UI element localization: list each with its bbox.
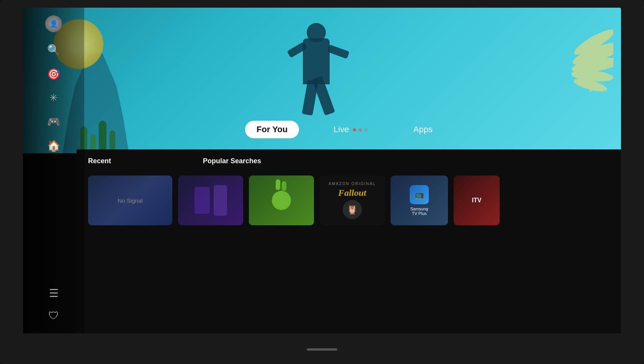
recent-title: Recent (88, 157, 111, 165)
search-card-itvx[interactable]: ITV (454, 175, 500, 225)
samsung-card-content: 📺 SamsungTV Plus (410, 175, 429, 225)
fallout-owl-icon: 🦉 (343, 200, 362, 219)
avatar[interactable]: 👤 (45, 15, 62, 32)
samsung-icon-symbol: 📺 (415, 190, 424, 199)
cards-row: No Signal (88, 175, 610, 225)
figure-silhouette-1 (195, 187, 210, 214)
figure-silhouette-2 (214, 185, 227, 216)
search-card-peter-rabbit[interactable] (249, 175, 314, 225)
section-headers: Recent Popular Searches (88, 157, 610, 171)
discover-icon: 🎯 (47, 68, 60, 80)
fallout-title: Fallout (338, 188, 366, 198)
search-card-1-bg (178, 175, 243, 225)
search-icon: 🔍 (47, 44, 60, 56)
sidebar-bottom: ☰ 🛡 (48, 287, 59, 333)
sidebar-item-gaming[interactable]: 🎮 (47, 115, 60, 128)
fallout-bg: AMAZON ORIGINAL Fallout 🦉 (320, 175, 385, 225)
avatar-icon: 👤 (49, 20, 58, 28)
privacy-icon: 🛡 (48, 309, 59, 322)
recent-card-no-signal[interactable]: No Signal (88, 175, 172, 225)
search-card-samsung-tv-plus[interactable]: 📺 SamsungTV Plus (391, 175, 448, 225)
live-dot-2 (359, 128, 362, 131)
sidebar: 👤 🔍 🎯 ✳ 🎮 🏠 ☰ (23, 8, 84, 333)
home-icon: 🏠 (47, 139, 60, 152)
fallout-content: AMAZON ORIGINAL Fallout 🦉 (329, 182, 376, 219)
gaming-icon: 🎮 (47, 115, 60, 128)
search-card-fallout[interactable]: AMAZON ORIGINAL Fallout 🦉 (320, 175, 385, 225)
sidebar-item-search[interactable]: 🔍 (47, 44, 60, 56)
rabbit-ear-2 (282, 181, 286, 191)
sidebar-item-discover[interactable]: 🎯 (47, 68, 60, 80)
amazon-original-label: AMAZON ORIGINAL (329, 182, 376, 186)
itvx-card-label: ITV (472, 197, 482, 204)
tab-live[interactable]: Live (322, 121, 379, 138)
itvx-card-bg: ITV (454, 175, 500, 225)
search-card-drama[interactable] (178, 175, 243, 225)
sidebar-item-profile[interactable]: 👤 (45, 15, 62, 32)
main-content: For You Live Apps Recen (77, 8, 621, 333)
samsung-tv-plus-icon: 📺 (410, 185, 429, 204)
live-indicator (351, 128, 368, 131)
search-card-2-bg (249, 175, 314, 225)
rabbit-ear-1 (276, 179, 280, 190)
menu-icon: ☰ (49, 287, 59, 300)
popular-searches-title: Popular Searches (203, 157, 261, 165)
tab-for-you[interactable]: For You (245, 121, 299, 138)
sidebar-item-menu[interactable]: ☰ (49, 287, 59, 300)
tv-screen: 👤 🔍 🎯 ✳ 🎮 🏠 ☰ (23, 8, 621, 333)
rabbit-body (272, 191, 291, 210)
owl-emoji: 🦉 (347, 204, 358, 215)
ambient-icon: ✳ (49, 92, 58, 104)
sidebar-item-home[interactable]: 🏠 (47, 139, 60, 152)
samsung-tv-plus-label: SamsungTV Plus (410, 207, 428, 216)
tab-apps[interactable]: Apps (402, 121, 444, 138)
live-dot-3 (364, 128, 368, 131)
tv-outer: 👤 🔍 🎯 ✳ 🎮 🏠 ☰ (0, 0, 644, 364)
content-area: Recent Popular Searches No Signal (77, 149, 621, 333)
nav-tabs: For You Live Apps (245, 121, 444, 138)
no-signal-label: No Signal (118, 197, 142, 204)
sidebar-item-privacy[interactable]: 🛡 (48, 309, 59, 322)
tv-cable (307, 348, 337, 351)
live-dot-1 (353, 128, 356, 131)
sidebar-item-ambient[interactable]: ✳ (49, 92, 58, 104)
